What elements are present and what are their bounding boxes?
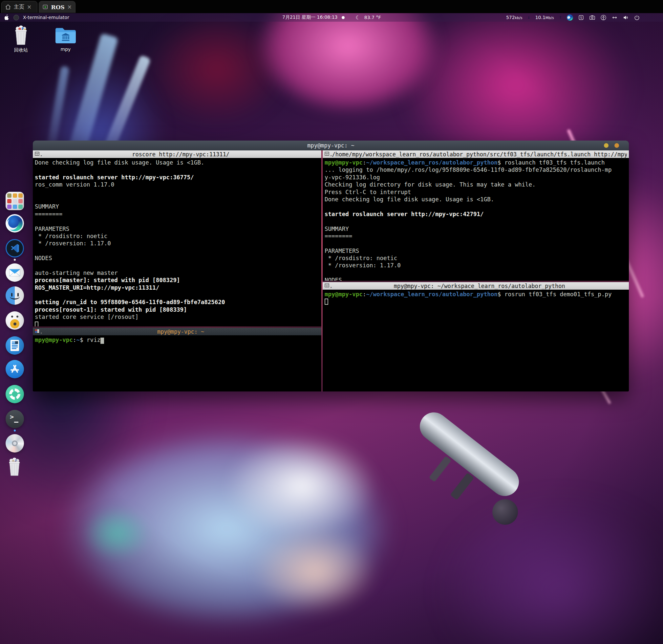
desktop-icon-label: mpy	[50, 47, 82, 52]
terminal-line: ... logging to /home/mpy/.ros/log/95f880…	[325, 166, 629, 174]
close-button[interactable]	[614, 143, 619, 148]
home-icon	[5, 4, 11, 10]
folder-bank-icon	[55, 26, 76, 45]
dock-item-vscode[interactable]	[5, 239, 24, 258]
dock-item-owl-app[interactable]	[5, 311, 24, 330]
terminal-line	[35, 321, 321, 327]
pane-title-text: roscore http://mpy-vpc:11311/	[42, 151, 319, 158]
terminal-line: ros_comm version 1.17.0	[35, 181, 321, 188]
display-arrows-icon[interactable]	[612, 15, 618, 21]
menubar-temperature[interactable]: 83.7 °F	[364, 15, 381, 20]
volume-icon[interactable]	[623, 15, 629, 21]
terminal-line	[325, 203, 629, 210]
desktop-icon-label: 回收站	[5, 47, 37, 53]
finder-icon	[5, 286, 24, 305]
trash-full-icon	[12, 25, 30, 45]
terminal-line: * /rosversion: 1.17.0	[325, 262, 629, 269]
terminal-line: * /rosversion: 1.17.0	[35, 240, 321, 247]
pane-title-roslaunch[interactable]: ▾ /home/mpy/workspace_learn_ros/autolabo…	[323, 150, 629, 158]
terminal-line: Done checking log file disk usage. Usage…	[35, 159, 321, 166]
terminal-pane-roslaunch[interactable]: mpy@mpy-vpc:~/workspace_learn_ros/autola…	[323, 158, 629, 281]
app-store-icon	[5, 360, 24, 378]
terminal-line: PARAMETERS	[35, 226, 321, 233]
tab-home-close-icon[interactable]: ×	[27, 4, 31, 10]
terminal-line: y-vpc-921336.log	[325, 174, 629, 181]
desktop-icon-mpy-folder[interactable]: mpy	[50, 26, 82, 52]
terminal-line	[35, 292, 321, 299]
dock-item-cd[interactable]	[5, 434, 24, 452]
minimize-button[interactable]	[604, 143, 609, 148]
download-arrow-icon: ↓	[527, 16, 530, 20]
active-app-name[interactable]: X-terminal-emulator	[23, 15, 69, 20]
terminal-line: ========	[325, 233, 629, 240]
terminal-icon: >	[5, 410, 24, 428]
dock-item-screen-recorder[interactable]	[5, 385, 24, 403]
pane-title-rviz[interactable]: ▾ mpy@mpy-vpc: ~	[33, 328, 321, 335]
window-title: mpy@mpy-vpc: ~	[307, 142, 354, 149]
dock-item-edge-browser[interactable]	[5, 214, 24, 232]
terminal-line: started roslaunch server http://mpy-vpc:…	[325, 211, 629, 218]
terminal-pane-roscore[interactable]: Done checking log file disk usage. Usage…	[33, 158, 321, 327]
terminal-line: PARAMETERS	[325, 248, 629, 255]
terminal-line: NODES	[325, 277, 629, 281]
dock-item-mail[interactable]	[5, 263, 24, 282]
dock-item-finder[interactable]	[5, 286, 24, 305]
terminal-line	[325, 240, 629, 247]
owl-media-icon	[5, 311, 24, 330]
terminal-line	[325, 298, 629, 305]
pane-grid-icon	[35, 329, 40, 334]
apple-menu-icon[interactable]	[5, 15, 9, 20]
dock-item-app-store[interactable]	[5, 360, 24, 378]
dock-item-launchpad[interactable]	[5, 192, 24, 210]
terminal-line: process[master]: started with pid [80832…	[35, 277, 321, 284]
pane-grid-icon	[325, 152, 329, 157]
upload-arrow-icon: ↑	[559, 16, 562, 20]
terminal-pane-rosrun[interactable]: mpy@mpy-vpc:~/workspace_learn_ros/autola…	[323, 290, 629, 392]
pane-title-roscore[interactable]: ▾ roscore http://mpy-vpc:11311/	[33, 150, 321, 158]
input-method-dot-icon[interactable]	[342, 16, 345, 19]
tab-home[interactable]: 主页 ×	[1, 1, 38, 13]
moon-icon: ☾	[356, 15, 360, 21]
dock-item-documents[interactable]	[5, 336, 24, 355]
terminal-line: * /rosdistro: noetic	[35, 233, 321, 240]
accessibility-icon[interactable]	[600, 15, 607, 21]
pane-splitter-horizontal-left[interactable]	[33, 327, 321, 328]
terminal-pane-rviz[interactable]: mpy@mpy-vpc:~$ rviz	[33, 335, 321, 392]
terminal-line	[35, 262, 321, 269]
pane-splitter-horizontal-right[interactable]	[323, 281, 629, 282]
pane-splitter-vertical[interactable]	[321, 150, 323, 392]
mail-icon	[5, 263, 24, 282]
pane-title-text: mpy@mpy-vpc: ~/workspace_learn_ros/autol…	[332, 283, 627, 289]
terminal-line: mpy@mpy-vpc:~/workspace_learn_ros/autola…	[325, 291, 629, 298]
tab-ros-label: ROS	[51, 4, 65, 10]
menu-bar: X-terminal-emulator 7月21日 星期一 16:08:13 ☾…	[0, 13, 663, 22]
s-badge-icon[interactable]: S	[578, 15, 584, 21]
power-icon[interactable]	[634, 15, 640, 21]
pane-grid-icon	[325, 283, 329, 288]
tab-ros[interactable]: ROS ×	[39, 1, 75, 13]
edge-browser-tray-icon[interactable]	[567, 15, 573, 21]
terminal-line: Done checking log file disk usage. Usage…	[325, 196, 629, 203]
terminal-line: NODES	[35, 255, 321, 262]
terminal-line: Checking log directory for disk usage. T…	[325, 181, 629, 188]
tab-ros-close-icon[interactable]: ×	[67, 4, 72, 10]
dock-item-terminal[interactable]: >	[5, 410, 24, 428]
session-tab-bar: 主页 × ROS ×	[0, 0, 663, 13]
app-menu-icon[interactable]	[14, 15, 19, 20]
screen-recorder-icon	[5, 385, 24, 403]
terminal-line: ========	[35, 211, 321, 218]
desktop-icon-recycle-bin[interactable]: 回收站	[5, 25, 37, 53]
terminal-window: mpy@mpy-vpc: ~ ▾ roscore http://mpy-vpc:…	[33, 140, 629, 392]
pane-title-text: /home/mpy/workspace_learn_ros/autolabor_…	[332, 151, 627, 158]
menubar-clock[interactable]: 7月21日 星期一 16:08:13	[282, 15, 338, 20]
dock-item-trash[interactable]	[5, 457, 24, 475]
terminal-line: mpy@mpy-vpc:~$ rviz	[35, 337, 321, 344]
terminal-line	[35, 248, 321, 255]
screenshot-camera-icon[interactable]	[589, 15, 595, 21]
svg-text:S: S	[580, 16, 582, 19]
tab-home-label: 主页	[14, 4, 24, 10]
window-titlebar[interactable]: mpy@mpy-vpc: ~	[33, 140, 629, 150]
pane-title-rosrun[interactable]: ▾ mpy@mpy-vpc: ~/workspace_learn_ros/aut…	[323, 282, 629, 290]
running-indicator-dot	[14, 259, 16, 261]
terminal-line	[35, 189, 321, 196]
